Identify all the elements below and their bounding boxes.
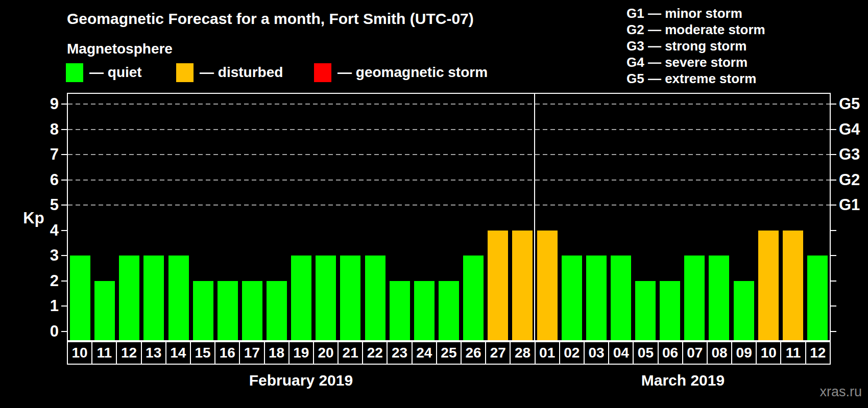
- day-label-feb-10: 10: [67, 341, 92, 365]
- y-tick-1: [61, 305, 67, 307]
- kp-bar-mar-10: [758, 231, 779, 340]
- right-axis-label-g1: G1: [839, 196, 860, 214]
- gridline-kp5: [68, 205, 830, 206]
- day-label-mar-06: 06: [658, 341, 683, 365]
- kp-bar-mar-08: [709, 256, 729, 340]
- day-axis: 1011121314151617181920212223242526272801…: [67, 341, 831, 365]
- gridline-kp7: [68, 154, 830, 155]
- right-tick-0: [831, 331, 836, 332]
- kp-bar-feb-14: [168, 256, 189, 340]
- y-tick-6: [61, 180, 67, 181]
- month-label-march: March 2019: [535, 372, 831, 389]
- day-label-feb-26: 26: [461, 341, 486, 365]
- day-label-mar-08: 08: [707, 341, 732, 365]
- y-tick-label-7: 7: [34, 145, 59, 164]
- day-label-mar-12: 12: [805, 341, 831, 365]
- day-label-feb-13: 13: [141, 341, 166, 365]
- day-label-feb-24: 24: [412, 341, 437, 365]
- kp-bar-feb-17: [242, 281, 262, 340]
- kp-bar-mar-01: [537, 231, 558, 340]
- day-label-mar-11: 11: [780, 341, 806, 365]
- legend-item-disturbed: — disturbed: [176, 62, 283, 83]
- legend-label-quiet: — quiet: [89, 64, 142, 81]
- kp-bar-feb-11: [94, 281, 115, 340]
- day-label-feb-12: 12: [116, 341, 141, 365]
- day-label-feb-15: 15: [190, 341, 215, 365]
- right-axis-label-g3: G3: [839, 145, 860, 164]
- y-tick-4: [61, 230, 67, 231]
- g5-legend-line: G5 — extreme storm: [626, 70, 765, 87]
- kp-bar-mar-09: [734, 281, 754, 340]
- right-tick-3: [831, 255, 836, 256]
- y-tick-label-4: 4: [34, 221, 59, 240]
- y-tick-label-8: 8: [34, 120, 59, 139]
- g3-legend-line: G3 — strong storm: [626, 38, 765, 54]
- gridline-kp9: [68, 104, 830, 105]
- kp-bar-feb-13: [143, 256, 164, 340]
- kp-bar-feb-28: [512, 231, 533, 340]
- y-tick-label-5: 5: [34, 196, 59, 214]
- day-label-feb-22: 22: [362, 341, 388, 365]
- kp-bar-mar-11: [783, 231, 803, 340]
- kp-bar-mar-04: [611, 256, 631, 340]
- y-tick-5: [61, 205, 67, 206]
- day-label-feb-28: 28: [510, 341, 535, 365]
- kp-bar-feb-23: [390, 281, 410, 340]
- kp-bar-mar-02: [562, 256, 582, 340]
- right-tick-2: [831, 280, 836, 282]
- storm-scale-legend: G1 — minor storm G2 — moderate storm G3 …: [626, 5, 765, 87]
- right-tick-4: [831, 230, 836, 231]
- storm-color-swatch: [314, 63, 331, 82]
- kp-bar-feb-10: [70, 256, 90, 340]
- day-label-feb-21: 21: [337, 341, 363, 365]
- y-tick-label-6: 6: [34, 171, 59, 189]
- y-tick-0: [61, 331, 67, 332]
- y-tick-8: [61, 129, 67, 130]
- day-label-mar-02: 02: [559, 341, 585, 365]
- gridline-kp8: [68, 129, 830, 130]
- legend-item-storm: — geomagnetic storm: [314, 62, 488, 83]
- g2-legend-line: G2 — moderate storm: [626, 21, 765, 38]
- kp-bar-feb-25: [439, 281, 459, 340]
- y-tick-label-3: 3: [34, 246, 59, 265]
- kp-bar-mar-03: [586, 256, 607, 340]
- page-title: Geomagnetic Forecast for a month, Fort S…: [67, 10, 474, 28]
- kp-bar-feb-15: [193, 281, 213, 340]
- kp-bar-feb-16: [218, 281, 238, 340]
- day-label-feb-19: 19: [288, 341, 314, 365]
- kp-bar-feb-20: [316, 256, 336, 340]
- g1-legend-line: G1 — minor storm: [626, 5, 765, 21]
- right-axis-label-g2: G2: [839, 171, 860, 189]
- right-tick-7: [831, 154, 836, 155]
- right-tick-9: [831, 104, 836, 105]
- y-tick-label-9: 9: [34, 95, 59, 113]
- day-label-mar-04: 04: [608, 341, 634, 365]
- disturbed-color-swatch: [176, 63, 194, 82]
- kp-bar-feb-19: [291, 256, 311, 340]
- legend-label-disturbed: — disturbed: [200, 64, 283, 81]
- watermark-xras: xras.ru: [819, 384, 862, 400]
- day-label-mar-07: 07: [682, 341, 708, 365]
- month-labels: February 2019March 2019: [67, 372, 831, 392]
- y-tick-2: [61, 280, 67, 282]
- kp-bar-feb-21: [340, 256, 360, 340]
- geomagnetic-forecast-page: Geomagnetic Forecast for a month, Fort S…: [0, 0, 868, 408]
- plot-area: G1G2G3G4G50123456789: [67, 93, 831, 341]
- y-tick-label-0: 0: [34, 322, 59, 341]
- kp-bar-mar-06: [660, 281, 680, 340]
- day-label-mar-05: 05: [633, 341, 658, 365]
- day-label-feb-23: 23: [387, 341, 412, 365]
- kp-bar-feb-26: [463, 256, 484, 340]
- y-tick-label-2: 2: [34, 272, 59, 290]
- day-label-mar-01: 01: [535, 341, 560, 365]
- day-label-feb-11: 11: [91, 341, 117, 365]
- subtitle-magnetosphere: Magnetosphere: [67, 41, 173, 57]
- kp-bar-mar-05: [635, 281, 656, 340]
- month-separator-line: [534, 94, 535, 340]
- kp-bar-feb-24: [414, 281, 435, 340]
- kp-bar-feb-18: [267, 281, 287, 340]
- kp-bar-mar-12: [807, 256, 828, 340]
- y-tick-label-1: 1: [34, 297, 59, 315]
- legend-label-storm: — geomagnetic storm: [337, 64, 488, 81]
- g4-legend-line: G4 — severe storm: [626, 54, 765, 70]
